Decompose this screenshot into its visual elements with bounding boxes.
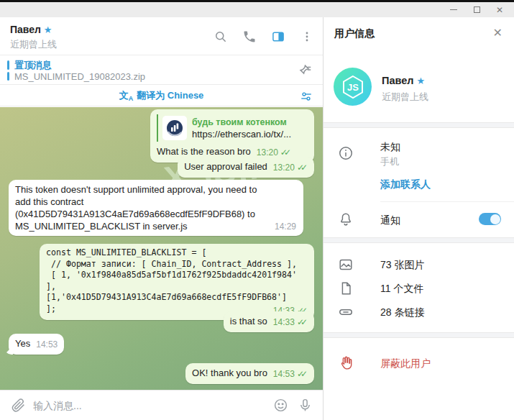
message-text: is that so: [230, 316, 267, 327]
pinned-message-bar[interactable]: 置顶消息 MS_UNLIMITED_19082023.zip: [0, 56, 323, 85]
message-time: 14:33: [273, 316, 295, 329]
message-list[interactable]: XSS.is будь твоим котенком https://ether…: [0, 107, 323, 390]
photos-icon: [338, 257, 354, 273]
pinned-list-button[interactable]: [297, 63, 313, 78]
smiley-icon: [273, 398, 288, 413]
profile-name-text: Павел: [382, 75, 413, 86]
read-checks-icon: ✓✓: [297, 316, 308, 329]
chat-header-actions: [212, 17, 316, 55]
reply-quote[interactable]: будь твоим котенком https://etherscan.io…: [157, 114, 308, 142]
message-meta: 14:53: [36, 339, 58, 351]
message-meta: 14:33✓✓: [273, 316, 308, 329]
notifications-toggle[interactable]: [479, 213, 501, 225]
message-bubble-outgoing[interactable]: OK! thank you bro14:53✓✓: [185, 363, 314, 384]
phone-label: 手机: [380, 155, 399, 168]
message-text: User approval failed: [184, 161, 267, 172]
message-meta: 13:20✓✓: [273, 162, 308, 174]
search-button[interactable]: [212, 28, 229, 45]
message-text: What is the reason bro: [157, 146, 251, 157]
file-icon: [338, 280, 354, 296]
section-divider: [323, 237, 514, 243]
call-button[interactable]: [241, 28, 258, 45]
toggle-knob: [490, 214, 500, 224]
message-bubble-incoming[interactable]: This token doesn't support unlimited app…: [9, 180, 303, 236]
chat-header[interactable]: Павел ★ 近期曾上线: [0, 17, 323, 55]
profile-status: 近期曾上线: [382, 91, 428, 104]
voice-record-button[interactable]: [295, 396, 314, 415]
message-time: 14:53: [36, 339, 58, 351]
sliders-icon: [300, 90, 313, 103]
chat-column: Павел ★ 近期曾上线 置顶消息 MS_UNLIMITED_19082023…: [0, 17, 323, 420]
peer-name-text: Павел: [10, 24, 41, 35]
notifications-label: 通知: [380, 214, 400, 227]
message-meta: 14:53✓✓: [273, 368, 308, 380]
reply-title: будь твоим котенком: [192, 117, 291, 128]
window-controls: ✕: [442, 2, 511, 17]
chat-menu-button[interactable]: [298, 28, 316, 45]
svg-text:JS: JS: [347, 82, 359, 93]
attach-button[interactable]: [9, 396, 27, 415]
close-window-button[interactable]: ✕: [488, 2, 511, 17]
message-bubble-outgoing[interactable]: User approval failed13:20✓✓: [178, 157, 314, 178]
pinned-title: 置顶消息: [14, 59, 52, 72]
pin-list-icon: [297, 63, 313, 78]
add-contact-link[interactable]: 添加联系人: [380, 178, 431, 191]
message-bubble-outgoing[interactable]: is that so14:33✓✓: [224, 311, 314, 332]
pinned-indicator: [7, 60, 9, 81]
read-checks-icon: ✓✓: [297, 368, 308, 380]
message-text: Yes: [15, 338, 30, 349]
shared-files-row[interactable]: 11 个文件: [380, 283, 423, 296]
window-top-edge: [0, 0, 514, 2]
panel-close-button[interactable]: ✕: [493, 26, 502, 40]
close-icon: ✕: [496, 6, 503, 14]
kebab-menu-icon: [300, 29, 314, 44]
paperclip-icon: [11, 398, 26, 413]
search-icon: [214, 29, 228, 44]
message-input[interactable]: [33, 400, 271, 411]
shared-links-row[interactable]: 28 条链接: [380, 306, 424, 319]
peer-status: 近期曾上线: [10, 38, 57, 51]
translate-settings-button[interactable]: [300, 90, 313, 103]
composer-bar: [0, 390, 323, 420]
sidebar-panel-icon: [271, 29, 285, 44]
maximize-button[interactable]: [465, 2, 488, 17]
read-checks-icon: ✓✓: [297, 162, 308, 174]
section-divider: [323, 122, 514, 128]
block-user-button[interactable]: 屏蔽此用户: [380, 357, 431, 370]
shared-photos-row[interactable]: 73 张图片: [380, 259, 424, 272]
reply-text-block: будь твоим котенком https://etherscan.io…: [192, 117, 291, 140]
microphone-icon: [298, 398, 313, 413]
block-hand-icon: [338, 355, 354, 371]
star-badge-icon: ★: [44, 24, 52, 35]
row-divider: [380, 201, 514, 202]
window-titlebar: ✕: [0, 2, 514, 17]
translate-bar[interactable]: 文A 翻译为 Chinese: [0, 86, 323, 106]
info-circle-icon: [338, 145, 354, 161]
maximize-icon: [474, 6, 480, 13]
translate-label: 翻译为 Chinese: [137, 89, 203, 102]
emoji-button[interactable]: [271, 396, 290, 415]
reply-link: https://etherscan.io/tx/...: [192, 128, 291, 140]
message-bubble-outgoing[interactable]: будь твоим котенком https://etherscan.io…: [150, 109, 314, 163]
star-badge-icon: ★: [417, 76, 426, 86]
panel-title: 用户信息: [334, 27, 375, 40]
pinned-filename: MS_UNLIMITED_19082023.zip: [14, 71, 145, 82]
toggle-info-panel-button[interactable]: [270, 28, 287, 45]
etherscan-logo-icon: [162, 116, 187, 140]
message-bubble-incoming[interactable]: Yes14:53: [9, 334, 64, 355]
avatar[interactable]: JS: [334, 68, 372, 106]
message-time: 14:29: [275, 221, 296, 233]
message-text: This token doesn't support unlimited app…: [15, 184, 257, 232]
phone-value: 未知: [380, 141, 400, 154]
code-block: const MS_UNLIMITED_BLACKLIST = [ // Форм…: [46, 247, 308, 314]
profile-name: Павел ★: [382, 75, 425, 86]
nodejs-logo-icon: JS: [339, 73, 367, 101]
message-time: 13:20: [273, 162, 295, 174]
peer-name: Павел ★: [10, 24, 52, 35]
message-text: OK! thank you bro: [192, 368, 267, 378]
link-icon: [338, 304, 354, 320]
message-bubble-code[interactable]: const MS_UNLIMITED_BLACKLIST = [ // Форм…: [40, 244, 314, 320]
minimize-button[interactable]: [442, 2, 465, 17]
message-meta: 14:29: [275, 221, 296, 233]
close-icon: ✕: [493, 27, 502, 39]
